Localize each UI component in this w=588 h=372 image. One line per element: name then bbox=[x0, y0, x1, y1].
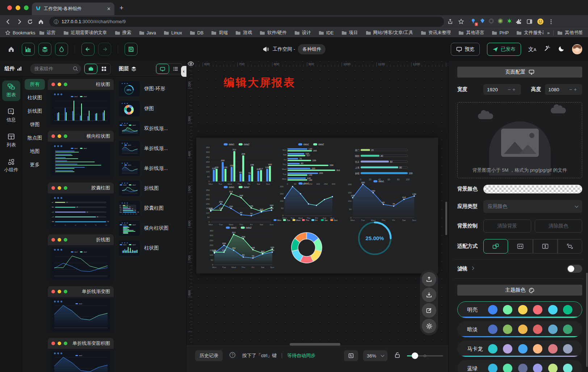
sidebar-group-图表[interactable]: 图表 bbox=[2, 80, 20, 101]
chart-area-single[interactable]: 050100150200MonTueWedThuFriSatSun1202001… bbox=[345, 179, 417, 222]
clear-background-button[interactable]: 清除背景 bbox=[483, 220, 531, 233]
tab-close-icon[interactable]: ✕ bbox=[107, 6, 111, 12]
browser-menu-icon[interactable] bbox=[546, 17, 556, 26]
fit-stretch-button[interactable] bbox=[558, 239, 582, 254]
language-icon[interactable]: 文A bbox=[528, 46, 536, 53]
publish-button[interactable]: 已发布 bbox=[487, 43, 521, 56]
layer-item[interactable]: 25%饼图-环形 bbox=[119, 81, 183, 96]
theme-row-明亮[interactable]: 明亮 bbox=[457, 301, 582, 318]
width-input[interactable]: 1920−+ bbox=[483, 84, 521, 95]
canvas-vertical-scrollbar[interactable] bbox=[445, 202, 447, 235]
reload-icon[interactable] bbox=[25, 17, 35, 26]
chart-line-single[interactable]: 050100150200MonTueWedThuFriSatSundata1 bbox=[277, 181, 335, 220]
edit-icon[interactable] bbox=[422, 303, 436, 318]
address-bar[interactable]: 127.0.0.1:3000/#/chart/home/9 bbox=[49, 17, 444, 27]
zoom-slider[interactable] bbox=[407, 350, 443, 361]
app-home-icon[interactable] bbox=[7, 45, 16, 54]
layer-item[interactable]: data1单折线渐... bbox=[119, 141, 183, 156]
filter-地图[interactable]: 地图 bbox=[25, 146, 45, 157]
import-icon[interactable] bbox=[422, 288, 436, 302]
document-name-badge[interactable]: 各种组件 bbox=[298, 44, 326, 54]
other-bookmarks[interactable]: 其他书签 bbox=[557, 30, 583, 36]
sidebar-group-信息[interactable]: A信息 bbox=[2, 105, 20, 126]
single-column-view-button[interactable] bbox=[84, 64, 97, 74]
browser-tab[interactable]: 工作空间-各种组件 ✕ bbox=[32, 3, 114, 15]
extension-pin-icon[interactable]: 9 bbox=[471, 18, 476, 25]
bookmark-item[interactable]: 资讯未整理 bbox=[421, 30, 451, 36]
visibility-eye-icon[interactable] bbox=[188, 61, 194, 68]
forward-icon[interactable] bbox=[14, 17, 24, 26]
close-window-button[interactable] bbox=[7, 5, 12, 10]
chart-bar-grouped[interactable]: 050100150200250300350MonTueWedThuFriSatS… bbox=[203, 142, 274, 185]
bookmark-item[interactable]: 搜索 bbox=[115, 30, 131, 36]
history-button[interactable]: 历史记录 bbox=[195, 350, 223, 361]
background-upload-dropzone[interactable]: 背景图需小于 5M ，格式为 png/jpg/gif 的文件 bbox=[457, 102, 582, 178]
theme-panel-button[interactable] bbox=[55, 43, 68, 56]
layer-item[interactable]: data1data2横向柱状图 bbox=[119, 221, 183, 236]
page-config-header[interactable]: 页面配置 bbox=[457, 67, 582, 78]
collapse-layers-button[interactable]: ‹ bbox=[181, 66, 186, 77]
undo-button[interactable] bbox=[81, 43, 94, 56]
extensions-puzzle-icon[interactable] bbox=[514, 17, 523, 26]
filter-折线图[interactable]: 折线图 bbox=[25, 106, 45, 117]
save-button[interactable] bbox=[125, 43, 138, 56]
bookmark-item[interactable]: Linux bbox=[164, 30, 182, 36]
theme-row-马卡龙[interactable]: 马卡龙 bbox=[457, 340, 582, 357]
bookmark-item[interactable]: 网站/博客/文章/工具 bbox=[366, 30, 413, 36]
back-icon[interactable] bbox=[4, 17, 13, 26]
layer-item[interactable]: 饼图 bbox=[119, 101, 183, 116]
site-info-icon[interactable] bbox=[54, 19, 59, 24]
fit-width-button[interactable] bbox=[508, 239, 533, 254]
stepper-icons[interactable]: −+ bbox=[508, 87, 517, 92]
extension-gem-icon[interactable] bbox=[480, 18, 485, 25]
bookmark-star-icon[interactable] bbox=[456, 17, 466, 26]
bookmark-item[interactable]: 设计 bbox=[294, 30, 311, 36]
chart-line-double[interactable]: 050100150200250300350MonTueWedThuFriSatS… bbox=[203, 185, 274, 226]
bookmark-item[interactable]: 前端 bbox=[211, 30, 228, 36]
filter-所有[interactable]: 所有 bbox=[25, 79, 45, 90]
new-tab-button[interactable]: + bbox=[119, 4, 123, 11]
lock-open-icon[interactable] bbox=[392, 350, 402, 360]
bookmark-item[interactable]: 文件服务器 bbox=[516, 30, 543, 36]
chart-progress-ring[interactable]: 25.00% bbox=[355, 218, 395, 257]
export-icon[interactable] bbox=[422, 272, 436, 287]
component-card-柱状图[interactable]: 柱状图data1data2 bbox=[48, 79, 114, 126]
chart-donut[interactable]: MonTueWedThuFriSatSun bbox=[270, 218, 343, 272]
theme-color-header[interactable]: 主题颜色 bbox=[457, 285, 582, 296]
extension-icons[interactable]: 9 bbox=[471, 18, 512, 25]
design-canvas[interactable]: 6007008009001000110012001300 20030040050… bbox=[186, 61, 448, 372]
history-panel-button[interactable] bbox=[344, 350, 358, 361]
extension-dial-icon[interactable] bbox=[488, 18, 494, 25]
user-avatar[interactable] bbox=[572, 44, 582, 54]
preview-button[interactable]: 预览 bbox=[451, 43, 480, 56]
layers-panel-button[interactable] bbox=[38, 43, 51, 56]
chart-capsule[interactable]: 厦门20南阳40北京60上海80新疆100020406080100 bbox=[351, 144, 417, 181]
app-type-select[interactable]: 应用颜色 bbox=[483, 200, 582, 213]
layer-item[interactable]: data1data2双折线渐... bbox=[119, 121, 183, 136]
layer-item[interactable]: 厦门20南阳40北京60上海80新疆100020406080100胶囊柱图 bbox=[119, 201, 183, 216]
layer-item[interactable]: data1data2折线图 bbox=[119, 181, 183, 196]
component-card-单折线渐变图[interactable]: 单折线渐变图data1 bbox=[48, 286, 114, 333]
bookmarks-root[interactable]: Bookmarks bbox=[5, 30, 35, 35]
fit-auto-button[interactable] bbox=[483, 239, 508, 254]
side-panel-icon[interactable] bbox=[525, 17, 534, 26]
extension-star-icon[interactable] bbox=[507, 18, 512, 25]
dark-mode-moon-icon[interactable] bbox=[558, 45, 565, 54]
magic-wand-icon[interactable] bbox=[543, 45, 551, 54]
bookmark-item[interactable]: Java bbox=[139, 30, 156, 36]
bookmarks-overflow[interactable]: » bbox=[547, 30, 550, 35]
minimize-window-button[interactable] bbox=[16, 5, 20, 10]
theme-row-暗淡[interactable]: 暗淡 bbox=[457, 321, 582, 338]
layer-item[interactable]: data1单折线渐... bbox=[119, 161, 183, 176]
bookmark-item[interactable]: 近期需要读的文章 bbox=[63, 30, 107, 36]
extension-circle-icon[interactable] bbox=[497, 18, 503, 25]
chevron-right-icon[interactable] bbox=[471, 267, 474, 270]
stepper-icons[interactable]: −+ bbox=[569, 87, 579, 92]
layers-thumb-view-button[interactable] bbox=[156, 64, 169, 74]
fit-height-button[interactable] bbox=[533, 239, 558, 254]
filter-散点图[interactable]: 散点图 bbox=[25, 133, 45, 143]
theme-row-蓝绿[interactable]: 蓝绿 bbox=[457, 360, 582, 372]
chart-area-double[interactable]: 050100150200250300350MonTueWedThuFriSatS… bbox=[206, 225, 275, 269]
redo-button[interactable] bbox=[98, 43, 111, 56]
layer-item[interactable]: data1data2柱状图 bbox=[119, 241, 183, 256]
